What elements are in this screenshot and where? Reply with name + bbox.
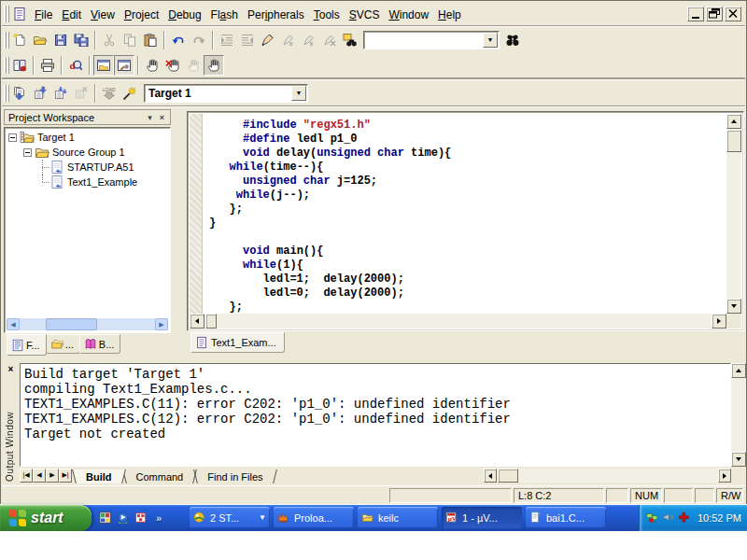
editor-tab[interactable]: Text1_Exam... (190, 332, 285, 353)
workspace-tab-[interactable]: ... (46, 334, 80, 354)
restore-button[interactable] (706, 7, 723, 21)
project-tree-hscrollbar[interactable]: ◀ ▶ (7, 318, 168, 330)
stop-build-button[interactable] (71, 83, 92, 104)
start-button[interactable]: start (0, 505, 92, 531)
help-book-button[interactable] (9, 55, 30, 76)
menu-peripherals[interactable]: Peripherals (243, 6, 309, 24)
project-window-button[interactable] (93, 55, 114, 76)
menubar-grip[interactable] (4, 6, 7, 22)
output-hscrollbar[interactable] (484, 469, 731, 483)
tree-item-target-1[interactable]: Target 1 (5, 130, 170, 145)
rebuild-all-button[interactable] (50, 83, 71, 104)
undo-button[interactable] (168, 30, 189, 50)
menu-edit[interactable]: Edit (57, 6, 86, 24)
menu-flash[interactable]: Flash (206, 6, 243, 24)
menu-project[interactable]: Project (120, 6, 163, 24)
enable-breakpoint-button[interactable] (183, 55, 204, 76)
scroll-up-button[interactable] (731, 363, 746, 378)
media-player-icon[interactable] (117, 511, 131, 525)
build-button[interactable] (30, 83, 50, 104)
menu-file[interactable]: File (30, 6, 57, 24)
tree-item-source-group-1[interactable]: Source Group 1 (5, 145, 170, 160)
menu-svcs[interactable]: SVCS (345, 6, 385, 24)
prev-bookmark-button[interactable] (278, 30, 299, 50)
dropdown-arrow-icon[interactable]: ▼ (291, 86, 306, 101)
print-button[interactable] (37, 55, 58, 76)
taskbar-task-2[interactable]: Proloa... (274, 507, 354, 528)
binoculars-button[interactable] (502, 30, 523, 50)
kill-breakpoints-button[interactable] (162, 55, 183, 76)
disable-breakpoints-button[interactable] (204, 55, 224, 76)
scroll-thumb[interactable] (46, 318, 97, 330)
toggle-bookmark-button[interactable] (258, 30, 278, 50)
taskbar-task-3[interactable]: keilc (358, 507, 438, 528)
editor-vscrollbar[interactable] (726, 114, 741, 314)
code-area[interactable]: #include "regx51.h" #define ledl p1_0 vo… (204, 114, 726, 314)
quick-launch-overflow[interactable]: » (156, 512, 162, 524)
find-in-files-button[interactable] (340, 30, 360, 50)
app-grid-icon[interactable] (99, 511, 113, 525)
scroll-thumb[interactable] (498, 469, 518, 483)
collapse-icon[interactable] (8, 133, 17, 142)
toolbar-grip[interactable] (4, 32, 7, 49)
indent-button[interactable] (217, 30, 237, 50)
safety-remove-icon[interactable] (678, 511, 691, 525)
next-tab-button[interactable]: ▶ (46, 469, 59, 483)
network-error-icon[interactable] (646, 511, 659, 525)
collapse-icon[interactable] (23, 148, 32, 157)
find-d-button[interactable]: d (65, 55, 86, 76)
scroll-right-icon[interactable]: ▶ (155, 318, 168, 330)
workspace-tab-b[interactable]: B... (79, 334, 121, 354)
first-tab-button[interactable]: |◀ (20, 469, 33, 483)
output-tab-command[interactable]: Command (127, 469, 193, 483)
copy-button[interactable] (120, 30, 140, 50)
next-bookmark-button[interactable] (299, 30, 319, 50)
find-text-combobox[interactable]: ▼ (363, 31, 500, 49)
toolbar-grip[interactable] (4, 85, 7, 102)
scroll-right-button[interactable] (718, 469, 731, 483)
open-folder-button[interactable] (30, 30, 50, 50)
target-options-button[interactable] (120, 83, 140, 104)
tree-item-startup-a51[interactable]: STARTUP.A51 (5, 160, 170, 175)
redo-button[interactable] (189, 30, 209, 50)
scroll-up-button[interactable] (726, 114, 741, 129)
prev-tab-button[interactable]: ◀ (33, 469, 46, 483)
tree-item-text1-example[interactable]: Text1_Example (5, 175, 170, 189)
output-tab-find-in-files[interactable]: Find in Files (198, 469, 272, 483)
menu-tools[interactable]: Tools (309, 6, 345, 24)
scroll-left-button[interactable] (484, 469, 497, 483)
minimize-button[interactable] (687, 7, 704, 21)
menu-debug[interactable]: Debug (163, 6, 205, 24)
scroll-left-icon[interactable]: ◀ (7, 318, 20, 330)
download-button[interactable]: LOAD (99, 83, 120, 104)
menu-window[interactable]: Window (384, 6, 433, 24)
menu-view[interactable]: View (86, 6, 120, 24)
editor-hscrollbar[interactable] (190, 314, 726, 329)
output-tab-build[interactable]: Build (77, 469, 121, 483)
scroll-down-button[interactable] (726, 299, 741, 314)
task-group-dropdown-icon[interactable]: ▼ (259, 513, 266, 522)
insert-breakpoint-button[interactable] (142, 55, 162, 76)
blocks-icon[interactable] (134, 511, 148, 525)
output-window-button[interactable] (114, 55, 134, 76)
build-output-text[interactable]: Build target 'Target 1'compiling Text1_E… (20, 363, 731, 467)
taskbar-task-5[interactable]: bai1.C... (526, 507, 606, 528)
scroll-down-button[interactable] (731, 452, 746, 467)
close-button[interactable] (725, 7, 741, 21)
output-close-icon[interactable]: × (5, 363, 17, 375)
volume-icon[interactable] (662, 511, 675, 525)
dropdown-arrow-icon[interactable]: ▼ (483, 33, 498, 48)
scroll-thumb[interactable] (205, 314, 217, 329)
panel-menu-icon[interactable]: ▾ (144, 111, 156, 123)
last-tab-button[interactable]: ▶| (59, 469, 72, 483)
clear-bookmarks-button[interactable] (319, 30, 340, 50)
scroll-thumb[interactable] (726, 130, 741, 152)
outdent-button[interactable] (237, 30, 258, 50)
save-button[interactable] (50, 30, 71, 50)
target-select-combobox[interactable]: Target 1▼ (144, 84, 308, 103)
output-vscrollbar[interactable] (731, 363, 746, 467)
taskbar-task-4[interactable]: µV1 - µV... (442, 507, 522, 528)
new-document-button[interactable] (9, 30, 30, 50)
workspace-tab-f[interactable]: F... (7, 334, 47, 356)
translate-button[interactable] (9, 83, 30, 104)
